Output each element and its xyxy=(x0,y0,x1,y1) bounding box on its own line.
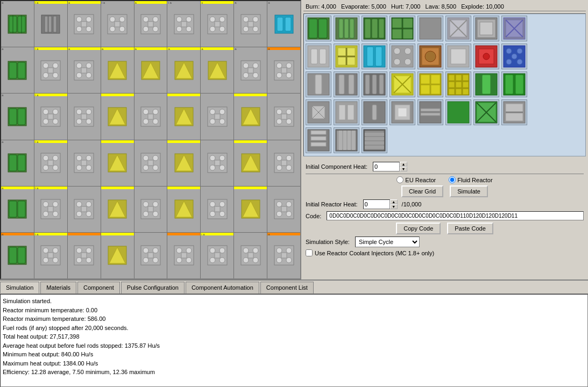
grid-cell-4-3[interactable] xyxy=(101,187,134,232)
grid-cell-3-8[interactable] xyxy=(267,140,300,186)
grid-cell-2-8[interactable] xyxy=(267,94,300,139)
grid-cell-5-2[interactable] xyxy=(68,233,101,278)
grid-cell-4-0[interactable]: a xyxy=(1,187,34,232)
grid-cell-5-3[interactable] xyxy=(101,233,134,278)
grid-cell-2-4[interactable] xyxy=(134,94,168,139)
palette-item-cyan-item[interactable] xyxy=(362,44,387,69)
tab-component-automation[interactable]: Component Automation xyxy=(186,282,259,293)
grid-cell-0-8[interactable]: a xyxy=(267,1,300,47)
palette-item-blue-dots[interactable] xyxy=(501,44,527,69)
eu-reactor-radio[interactable] xyxy=(396,176,403,183)
grid-cell-1-2[interactable]: a xyxy=(68,47,101,93)
initial-reactor-heat-input[interactable] xyxy=(363,199,390,209)
grid-cell-3-3[interactable] xyxy=(101,140,134,186)
initial-component-heat-input[interactable] xyxy=(373,162,400,171)
grid-cell-3-2[interactable] xyxy=(68,140,101,186)
grid-cell-1-4[interactable]: a xyxy=(134,47,168,93)
eu-reactor-radio-label[interactable]: EU Reactor xyxy=(396,176,436,183)
grid-cell-3-0[interactable]: a xyxy=(1,140,34,186)
grid-cell-3-4[interactable] xyxy=(134,140,168,186)
grid-cell-5-5[interactable] xyxy=(167,233,201,278)
grid-cell-1-3[interactable]: a xyxy=(101,47,134,93)
grid-cell-2-1[interactable]: i a xyxy=(34,94,68,139)
code-input[interactable] xyxy=(327,211,584,220)
initial-component-heat-up[interactable]: ▲ xyxy=(400,162,407,167)
tab-materials[interactable]: Materials xyxy=(40,282,76,293)
grid-cell-2-2[interactable] xyxy=(68,94,101,139)
reactor-heat-down[interactable]: ▼ xyxy=(390,204,398,209)
grid-cell-5-6[interactable]: i a xyxy=(201,233,234,278)
grid-cell-4-4[interactable] xyxy=(134,187,168,232)
grid-cell-2-6[interactable] xyxy=(201,94,234,139)
palette-item-brown-item[interactable] xyxy=(417,44,443,69)
palette-item-fuel-bar[interactable] xyxy=(334,16,359,41)
grid-cell-3-7[interactable] xyxy=(234,140,267,186)
simulate-button[interactable]: Simulate xyxy=(450,185,488,197)
palette-item-gray2[interactable] xyxy=(389,44,415,69)
grid-cell-4-7[interactable] xyxy=(234,187,267,232)
grid-cell-0-7[interactable]: a xyxy=(234,1,267,47)
palette-item-gray4[interactable] xyxy=(334,99,359,125)
grid-cell-1-0[interactable]: a xyxy=(1,47,34,93)
palette-item-dotted-gray[interactable] xyxy=(306,99,331,125)
copy-code-button[interactable]: Copy Code xyxy=(396,223,441,234)
grid-cell-5-8[interactable]: a xyxy=(267,233,300,278)
grid-cell-0-4[interactable]: a xyxy=(134,1,168,47)
palette-item-heat-vent[interactable] xyxy=(445,16,471,41)
palette-item-dense-yellow[interactable] xyxy=(445,71,471,97)
palette-item-fuel-quad[interactable] xyxy=(389,16,415,41)
initial-component-heat-spinner[interactable]: ▲ ▼ xyxy=(373,162,407,171)
grid-cell-0-6[interactable]: s xyxy=(201,1,234,47)
grid-cell-5-7[interactable] xyxy=(234,233,267,278)
palette-item-green-dual[interactable] xyxy=(501,71,527,97)
palette-item-row5-3[interactable] xyxy=(501,99,527,125)
grid-cell-2-5[interactable] xyxy=(167,94,201,139)
palette-item-triple-horz[interactable] xyxy=(417,99,443,125)
tab-component-list[interactable]: Component List xyxy=(260,282,314,293)
coolant-injectors-checkbox[interactable] xyxy=(306,249,313,256)
grid-cell-0-3[interactable]: i a xyxy=(101,1,134,47)
paste-code-button[interactable]: Paste Code xyxy=(447,223,493,234)
grid-cell-3-1[interactable]: i a xyxy=(34,140,68,186)
simulation-style-select[interactable]: Simple Cycle Continuous Pulsed xyxy=(355,236,420,247)
palette-item-heat-exchanger[interactable] xyxy=(334,44,359,69)
palette-item-fuel-triple[interactable] xyxy=(362,16,387,41)
initial-component-heat-down[interactable]: ▼ xyxy=(400,167,407,171)
palette-item-redstone[interactable] xyxy=(473,44,499,69)
palette-item-vertical-bar[interactable] xyxy=(306,71,331,97)
grid-cell-0-5[interactable]: i a xyxy=(167,1,201,47)
grid-cell-4-5[interactable] xyxy=(167,187,201,232)
grid-cell-2-0[interactable]: a xyxy=(1,94,34,139)
grid-cell-1-8[interactable]: a xyxy=(267,47,300,93)
grid-cell-3-6[interactable] xyxy=(201,140,234,186)
palette-item-row5-4[interactable] xyxy=(306,127,331,153)
tab-component[interactable]: Component xyxy=(77,282,120,293)
palette-item-small-bar[interactable] xyxy=(362,99,387,125)
grid-cell-0-2[interactable]: a xyxy=(68,1,101,47)
fluid-reactor-radio[interactable] xyxy=(449,176,456,183)
grid-cell-0-0[interactable]: a xyxy=(1,1,34,47)
grid-cell-1-7[interactable]: a xyxy=(234,47,267,93)
grid-cell-1-6[interactable]: a xyxy=(201,47,234,93)
palette-item-component-heat-ex[interactable] xyxy=(306,44,331,69)
clear-grid-button[interactable]: Clear Grid xyxy=(401,185,443,197)
grid-cell-3-5[interactable] xyxy=(167,140,201,186)
initial-reactor-heat-spinner[interactable]: ▲ ▼ xyxy=(363,199,398,209)
grid-cell-1-5[interactable]: a xyxy=(167,47,201,93)
grid-cell-0-1[interactable]: i a xyxy=(34,1,68,47)
grid-cell-4-6[interactable] xyxy=(201,187,234,232)
palette-item-dual-vert[interactable] xyxy=(334,71,359,97)
grid-cell-1-1[interactable]: i a xyxy=(34,47,68,93)
fluid-reactor-radio-label[interactable]: Fluid Reactor xyxy=(449,176,492,183)
grid-cell-2-7[interactable] xyxy=(234,94,267,139)
palette-item-gray3[interactable] xyxy=(445,44,471,69)
grid-cell-5-1[interactable]: i a xyxy=(34,233,68,278)
reactor-heat-up[interactable]: ▲ xyxy=(390,199,398,204)
palette-item-gray5[interactable] xyxy=(389,99,415,125)
tab-simulation[interactable]: Simulation xyxy=(0,282,39,293)
reactor-grid[interactable]: a i a a i a xyxy=(0,0,301,280)
palette-item-triple-vert[interactable] xyxy=(362,71,387,97)
palette-item-quad-yellow[interactable] xyxy=(417,71,443,97)
grid-cell-4-1[interactable]: i a xyxy=(34,187,68,232)
coolant-injectors-label[interactable]: Use Reactor Coolant Injectors (MC 1.8+ o… xyxy=(306,249,434,256)
